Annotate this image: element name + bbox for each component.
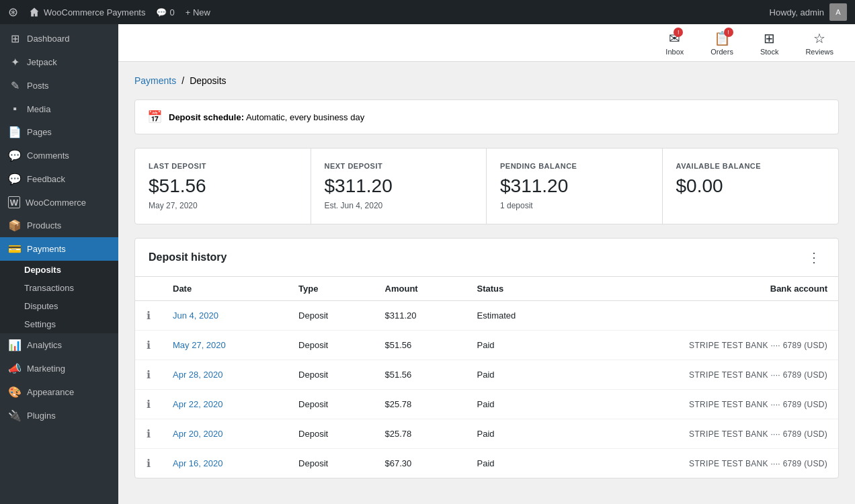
row-info-icon[interactable]: ℹ	[135, 390, 162, 419]
stat-value-last-deposit: $51.56	[149, 175, 297, 197]
sidebar-sub-deposits[interactable]: Deposits	[0, 261, 118, 279]
comments-link[interactable]: 💬 0	[156, 7, 174, 17]
stat-sub-last-deposit: May 27, 2020	[149, 201, 297, 210]
info-circle-icon: ℹ	[147, 428, 151, 439]
sidebar-item-products[interactable]: 📦 Products	[0, 214, 118, 237]
wp-logo-icon: ⊛	[8, 5, 18, 19]
row-amount: $25.78	[374, 419, 466, 449]
appearance-icon: 🎨	[8, 386, 22, 398]
date-link[interactable]: Apr 16, 2020	[173, 458, 222, 468]
page-content: Payments / Deposits 📅 Deposit schedule: …	[118, 62, 855, 504]
row-amount: $51.56	[374, 331, 466, 360]
bank-account-text: STRIPE TEST BANK ···· 6789 (USD)	[689, 429, 827, 439]
sidebar-item-pages[interactable]: 📄 Pages	[0, 120, 118, 144]
row-bank: STRIPE TEST BANK ···· 6789 (USD)	[568, 419, 838, 449]
breadcrumb-parent-link[interactable]: Payments	[134, 75, 176, 86]
deposits-table: Date Type Amount Status Bank account ℹ J…	[135, 277, 838, 478]
date-link[interactable]: Jun 4, 2020	[173, 310, 218, 321]
sidebar-item-appearance[interactable]: 🎨 Appearance	[0, 380, 118, 404]
main-layout: ⊞ Dashboard ✦ Jetpack ✎ Posts ▪ Media 📄 …	[0, 24, 855, 504]
stat-sub-next-deposit: Est. Jun 4, 2020	[325, 201, 473, 210]
info-circle-icon: ℹ	[147, 310, 151, 321]
table-row: ℹ Jun 4, 2020 Deposit $311.20 Estimated	[135, 301, 838, 331]
sidebar-label-analytics: Analytics	[27, 340, 62, 350]
row-bank	[568, 301, 838, 331]
sidebar-item-jetpack[interactable]: ✦ Jetpack	[0, 50, 118, 74]
more-options-button[interactable]: ⋮	[803, 249, 825, 265]
admin-bar: ⊛ WooCommerce Payments 💬 0 + New Howdy, …	[0, 0, 855, 24]
row-status: Paid	[466, 390, 569, 419]
sidebar-sub-settings[interactable]: Settings	[0, 315, 118, 333]
marketing-icon: 📣	[8, 362, 22, 375]
row-date: Apr 16, 2020	[162, 449, 288, 478]
sidebar-section-main: ⊞ Dashboard ✦ Jetpack ✎ Posts ▪ Media 📄 …	[0, 24, 118, 430]
date-link[interactable]: Apr 20, 2020	[173, 429, 222, 439]
row-bank: STRIPE TEST BANK ···· 6789 (USD)	[568, 390, 838, 419]
products-icon: 📦	[8, 219, 22, 232]
site-name[interactable]: WooCommerce Payments	[29, 7, 145, 17]
row-type: Deposit	[288, 301, 374, 331]
sidebar-label-media: Media	[27, 104, 50, 114]
posts-icon: ✎	[8, 79, 22, 92]
avatar: A	[829, 3, 847, 21]
row-info-icon[interactable]: ℹ	[135, 331, 162, 360]
table-row: ℹ Apr 16, 2020 Deposit $67.30 Paid STRIP…	[135, 449, 838, 478]
orders-label: Orders	[710, 48, 733, 56]
row-info-icon[interactable]: ℹ	[135, 360, 162, 390]
sidebar-label-pages: Pages	[27, 127, 52, 137]
table-row: ℹ May 27, 2020 Deposit $51.56 Paid STRIP…	[135, 331, 838, 360]
bank-account-text: STRIPE TEST BANK ···· 6789 (USD)	[689, 400, 827, 409]
info-circle-icon: ℹ	[147, 458, 151, 469]
payments-submenu: Deposits Transactions Disputes Settings	[0, 261, 118, 333]
sidebar-item-marketing[interactable]: 📣 Marketing	[0, 357, 118, 380]
breadcrumb: Payments / Deposits	[134, 75, 839, 86]
stat-label-available-balance: AVAILABLE BALANCE	[676, 162, 825, 170]
deposit-schedule-card: 📅 Deposit schedule: Automatic, every bus…	[134, 99, 839, 134]
date-link[interactable]: Apr 22, 2020	[173, 399, 222, 409]
reviews-button[interactable]: ☆ Reviews	[800, 28, 839, 58]
sidebar-item-payments[interactable]: 💳 Payments	[0, 237, 118, 261]
top-toolbar: ✉ ! Inbox 📋 ! Orders ⊞ Stock ☆ Reviews	[118, 24, 855, 62]
sidebar-item-dashboard[interactable]: ⊞ Dashboard	[0, 27, 118, 50]
row-status: Paid	[466, 449, 569, 478]
sidebar-item-posts[interactable]: ✎ Posts	[0, 74, 118, 97]
sidebar-sub-disputes[interactable]: Disputes	[0, 297, 118, 315]
sidebar-item-feedback[interactable]: 💬 Feedback	[0, 167, 118, 191]
date-link[interactable]: Apr 28, 2020	[173, 370, 222, 380]
row-date: Apr 20, 2020	[162, 419, 288, 449]
stock-button[interactable]: ⊞ Stock	[755, 28, 784, 58]
row-info-icon[interactable]: ℹ	[135, 301, 162, 331]
info-circle-icon: ℹ	[147, 398, 151, 410]
inbox-button[interactable]: ✉ ! Inbox	[660, 28, 689, 58]
deposit-schedule-label: Deposit schedule:	[169, 112, 244, 122]
stat-card-next-deposit: NEXT DEPOSIT $311.20 Est. Jun 4, 2020	[311, 149, 487, 224]
row-status: Estimated	[466, 301, 569, 331]
new-link[interactable]: + New	[186, 7, 210, 17]
row-type: Deposit	[288, 360, 374, 390]
orders-button[interactable]: 📋 ! Orders	[705, 28, 739, 58]
row-type: Deposit	[288, 390, 374, 419]
row-info-icon[interactable]: ℹ	[135, 449, 162, 478]
date-link[interactable]: May 27, 2020	[173, 340, 226, 350]
calendar-icon: 📅	[147, 110, 162, 124]
row-bank: STRIPE TEST BANK ···· 6789 (USD)	[568, 360, 838, 390]
sidebar-item-woocommerce[interactable]: W WooCommerce	[0, 191, 118, 214]
sidebar-label-feedback: Feedback	[27, 174, 65, 184]
sidebar-sub-transactions[interactable]: Transactions	[0, 279, 118, 297]
sidebar-item-comments[interactable]: 💬 Comments	[0, 144, 118, 167]
row-date: Apr 28, 2020	[162, 360, 288, 390]
stat-value-pending-balance: $311.20	[500, 175, 649, 197]
stat-value-next-deposit: $311.20	[325, 175, 473, 197]
row-info-icon[interactable]: ℹ	[135, 419, 162, 449]
info-circle-icon: ℹ	[147, 369, 151, 380]
sidebar-item-analytics[interactable]: 📊 Analytics	[0, 333, 118, 357]
sidebar-label-dashboard: Dashboard	[27, 34, 70, 44]
howdy-text: Howdy, admin	[770, 7, 824, 17]
bank-account-text: STRIPE TEST BANK ···· 6789 (USD)	[689, 459, 827, 468]
site-name-label: WooCommerce Payments	[44, 7, 145, 17]
sidebar-label-woocommerce: WooCommerce	[26, 198, 86, 208]
sidebar-item-media[interactable]: ▪ Media	[0, 97, 118, 120]
sidebar-item-plugins[interactable]: 🔌 Plugins	[0, 404, 118, 427]
reviews-label: Reviews	[805, 48, 833, 56]
info-circle-icon: ℹ	[147, 339, 151, 351]
